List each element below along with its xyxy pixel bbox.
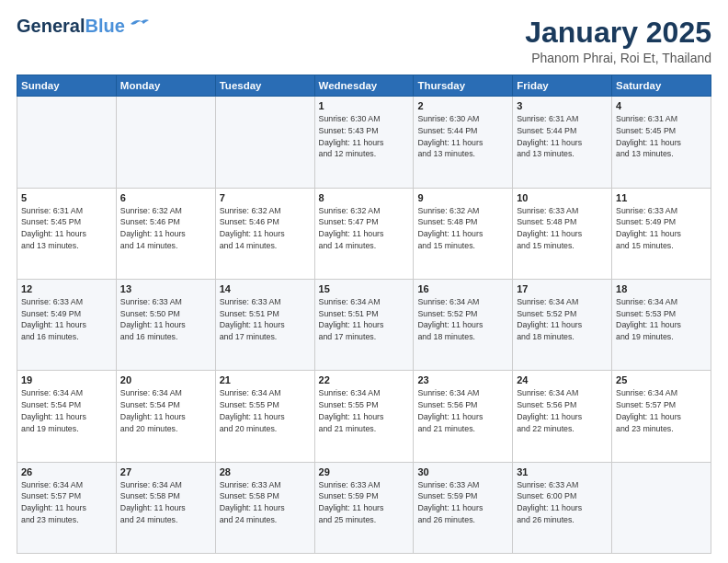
day-info: Sunrise: 6:34 AM Sunset: 5:56 PM Dayligh… — [517, 387, 608, 434]
day-info: Sunrise: 6:33 AM Sunset: 5:59 PM Dayligh… — [417, 479, 508, 526]
day-info: Sunrise: 6:32 AM Sunset: 5:46 PM Dayligh… — [220, 205, 311, 252]
day-info: Sunrise: 6:33 AM Sunset: 6:00 PM Dayligh… — [517, 479, 608, 526]
day-number: 30 — [417, 466, 508, 477]
calendar-cell: 22Sunrise: 6:34 AM Sunset: 5:55 PM Dayli… — [314, 371, 414, 462]
calendar-week-row: 19Sunrise: 6:34 AM Sunset: 5:54 PM Dayli… — [17, 371, 711, 462]
day-of-week-header: Thursday — [414, 75, 513, 97]
day-info: Sunrise: 6:34 AM Sunset: 5:58 PM Dayligh… — [120, 479, 211, 526]
calendar-cell: 1Sunrise: 6:30 AM Sunset: 5:43 PM Daylig… — [314, 97, 414, 188]
calendar-cell: 18Sunrise: 6:34 AM Sunset: 5:53 PM Dayli… — [612, 279, 711, 370]
day-of-week-header: Friday — [513, 75, 612, 97]
location: Phanom Phrai, Roi Et, Thailand — [525, 51, 711, 65]
calendar-cell: 13Sunrise: 6:33 AM Sunset: 5:50 PM Dayli… — [116, 279, 215, 370]
calendar-cell: 14Sunrise: 6:33 AM Sunset: 5:51 PM Dayli… — [215, 279, 314, 370]
day-of-week-header: Wednesday — [314, 75, 414, 97]
day-info: Sunrise: 6:34 AM Sunset: 5:51 PM Dayligh… — [319, 296, 410, 343]
calendar-cell: 5Sunrise: 6:31 AM Sunset: 5:45 PM Daylig… — [17, 188, 117, 279]
day-info: Sunrise: 6:33 AM Sunset: 5:59 PM Dayligh… — [319, 479, 410, 526]
day-info: Sunrise: 6:34 AM Sunset: 5:55 PM Dayligh… — [220, 387, 311, 434]
calendar-cell — [116, 97, 215, 188]
logo-bird-icon — [129, 17, 149, 35]
day-number: 3 — [517, 100, 608, 111]
calendar-header-row: SundayMondayTuesdayWednesdayThursdayFrid… — [17, 75, 711, 97]
calendar-cell: 6Sunrise: 6:32 AM Sunset: 5:46 PM Daylig… — [116, 188, 215, 279]
calendar-cell: 23Sunrise: 6:34 AM Sunset: 5:56 PM Dayli… — [414, 371, 513, 462]
calendar-cell: 3Sunrise: 6:31 AM Sunset: 5:44 PM Daylig… — [513, 97, 612, 188]
page: GeneralBlue January 2025 Phanom Phrai, R… — [0, 0, 728, 563]
day-info: Sunrise: 6:30 AM Sunset: 5:43 PM Dayligh… — [319, 113, 410, 160]
calendar-cell: 12Sunrise: 6:33 AM Sunset: 5:49 PM Dayli… — [17, 279, 117, 370]
day-number: 15 — [319, 283, 410, 294]
day-info: Sunrise: 6:33 AM Sunset: 5:50 PM Dayligh… — [120, 296, 211, 343]
calendar-week-row: 12Sunrise: 6:33 AM Sunset: 5:49 PM Dayli… — [17, 279, 711, 370]
day-info: Sunrise: 6:33 AM Sunset: 5:58 PM Dayligh… — [220, 479, 311, 526]
day-number: 4 — [616, 100, 707, 111]
calendar-cell: 19Sunrise: 6:34 AM Sunset: 5:54 PM Dayli… — [17, 371, 117, 462]
calendar-cell: 30Sunrise: 6:33 AM Sunset: 5:59 PM Dayli… — [414, 462, 513, 553]
title-block: January 2025 Phanom Phrai, Roi Et, Thail… — [525, 17, 711, 65]
day-number: 6 — [120, 192, 211, 203]
calendar-cell: 29Sunrise: 6:33 AM Sunset: 5:59 PM Dayli… — [314, 462, 414, 553]
day-info: Sunrise: 6:32 AM Sunset: 5:47 PM Dayligh… — [319, 205, 410, 252]
day-info: Sunrise: 6:31 AM Sunset: 5:45 PM Dayligh… — [616, 113, 707, 160]
calendar-cell: 21Sunrise: 6:34 AM Sunset: 5:55 PM Dayli… — [215, 371, 314, 462]
calendar-cell: 17Sunrise: 6:34 AM Sunset: 5:52 PM Dayli… — [513, 279, 612, 370]
day-number: 18 — [616, 283, 707, 294]
day-info: Sunrise: 6:34 AM Sunset: 5:54 PM Dayligh… — [120, 387, 211, 434]
day-info: Sunrise: 6:33 AM Sunset: 5:49 PM Dayligh… — [21, 296, 112, 343]
day-info: Sunrise: 6:34 AM Sunset: 5:55 PM Dayligh… — [319, 387, 410, 434]
day-of-week-header: Sunday — [17, 75, 117, 97]
day-of-week-header: Saturday — [612, 75, 711, 97]
logo-text: GeneralBlue — [17, 17, 125, 35]
calendar-table: SundayMondayTuesdayWednesdayThursdayFrid… — [17, 75, 711, 554]
day-info: Sunrise: 6:33 AM Sunset: 5:49 PM Dayligh… — [616, 205, 707, 252]
day-info: Sunrise: 6:34 AM Sunset: 5:57 PM Dayligh… — [616, 387, 707, 434]
day-info: Sunrise: 6:33 AM Sunset: 5:48 PM Dayligh… — [517, 205, 608, 252]
day-info: Sunrise: 6:32 AM Sunset: 5:48 PM Dayligh… — [417, 205, 508, 252]
calendar-cell: 7Sunrise: 6:32 AM Sunset: 5:46 PM Daylig… — [215, 188, 314, 279]
calendar-cell: 25Sunrise: 6:34 AM Sunset: 5:57 PM Dayli… — [612, 371, 711, 462]
day-info: Sunrise: 6:30 AM Sunset: 5:44 PM Dayligh… — [417, 113, 508, 160]
day-info: Sunrise: 6:34 AM Sunset: 5:52 PM Dayligh… — [517, 296, 608, 343]
day-number: 9 — [417, 192, 508, 203]
calendar-week-row: 5Sunrise: 6:31 AM Sunset: 5:45 PM Daylig… — [17, 188, 711, 279]
day-number: 7 — [220, 192, 311, 203]
day-of-week-header: Monday — [116, 75, 215, 97]
calendar-cell: 28Sunrise: 6:33 AM Sunset: 5:58 PM Dayli… — [215, 462, 314, 553]
day-number: 23 — [417, 374, 508, 385]
day-info: Sunrise: 6:32 AM Sunset: 5:46 PM Dayligh… — [120, 205, 211, 252]
day-info: Sunrise: 6:31 AM Sunset: 5:44 PM Dayligh… — [517, 113, 608, 160]
day-info: Sunrise: 6:34 AM Sunset: 5:53 PM Dayligh… — [616, 296, 707, 343]
calendar-cell: 8Sunrise: 6:32 AM Sunset: 5:47 PM Daylig… — [314, 188, 414, 279]
logo: GeneralBlue — [17, 17, 149, 35]
calendar-cell: 2Sunrise: 6:30 AM Sunset: 5:44 PM Daylig… — [414, 97, 513, 188]
calendar-cell: 15Sunrise: 6:34 AM Sunset: 5:51 PM Dayli… — [314, 279, 414, 370]
day-number: 8 — [319, 192, 410, 203]
day-number: 1 — [319, 100, 410, 111]
day-number: 11 — [616, 192, 707, 203]
calendar-week-row: 1Sunrise: 6:30 AM Sunset: 5:43 PM Daylig… — [17, 97, 711, 188]
calendar-cell: 31Sunrise: 6:33 AM Sunset: 6:00 PM Dayli… — [513, 462, 612, 553]
month-title: January 2025 — [525, 17, 711, 49]
calendar-cell: 24Sunrise: 6:34 AM Sunset: 5:56 PM Dayli… — [513, 371, 612, 462]
day-info: Sunrise: 6:31 AM Sunset: 5:45 PM Dayligh… — [21, 205, 112, 252]
calendar-cell: 11Sunrise: 6:33 AM Sunset: 5:49 PM Dayli… — [612, 188, 711, 279]
calendar-cell: 27Sunrise: 6:34 AM Sunset: 5:58 PM Dayli… — [116, 462, 215, 553]
day-info: Sunrise: 6:33 AM Sunset: 5:51 PM Dayligh… — [220, 296, 311, 343]
day-number: 16 — [417, 283, 508, 294]
calendar-cell: 10Sunrise: 6:33 AM Sunset: 5:48 PM Dayli… — [513, 188, 612, 279]
header: GeneralBlue January 2025 Phanom Phrai, R… — [17, 17, 711, 65]
day-number: 2 — [417, 100, 508, 111]
calendar-cell: 9Sunrise: 6:32 AM Sunset: 5:48 PM Daylig… — [414, 188, 513, 279]
day-number: 20 — [120, 374, 211, 385]
day-number: 17 — [517, 283, 608, 294]
calendar-cell — [612, 462, 711, 553]
calendar-cell: 4Sunrise: 6:31 AM Sunset: 5:45 PM Daylig… — [612, 97, 711, 188]
calendar-cell — [17, 97, 117, 188]
day-number: 24 — [517, 374, 608, 385]
day-number: 14 — [220, 283, 311, 294]
day-number: 25 — [616, 374, 707, 385]
calendar-cell: 26Sunrise: 6:34 AM Sunset: 5:57 PM Dayli… — [17, 462, 117, 553]
day-info: Sunrise: 6:34 AM Sunset: 5:56 PM Dayligh… — [417, 387, 508, 434]
calendar-cell: 20Sunrise: 6:34 AM Sunset: 5:54 PM Dayli… — [116, 371, 215, 462]
